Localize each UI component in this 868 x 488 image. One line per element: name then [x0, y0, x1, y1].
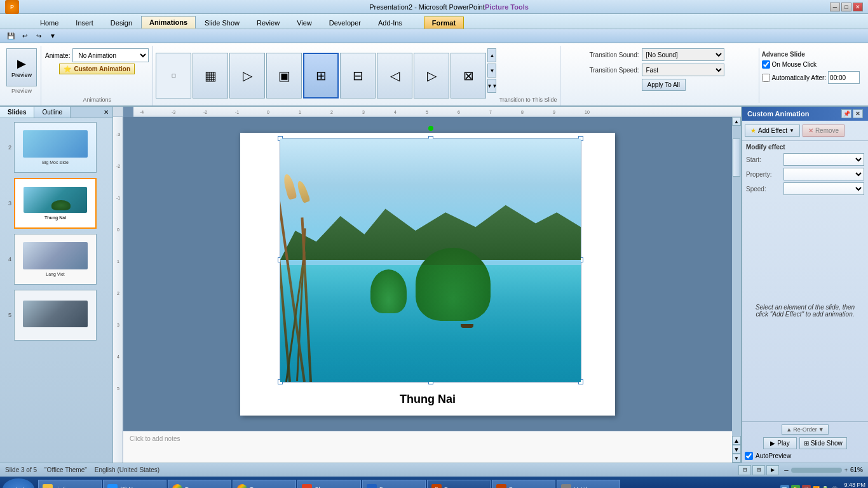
taskbar-item-chrome1[interactable]: C Top _ [168, 480, 231, 488]
auto-after-checkbox[interactable] [762, 74, 770, 82]
tab-addins[interactable]: Add-Ins [370, 17, 410, 29]
clock[interactable]: 9:43 PM 6/29/2022 [840, 482, 865, 488]
notes-area[interactable]: Click to add notes [123, 431, 732, 463]
zoom-out-icon[interactable]: ─ [784, 467, 788, 473]
trans-scroll-more[interactable]: ▼▼ [487, 79, 496, 93]
office-theme: "Office Theme" [44, 466, 87, 473]
start-button[interactable]: start [3, 478, 34, 488]
tray-icon-2[interactable]: 🔔 [791, 485, 800, 488]
tray-icon-1[interactable]: 📧 [780, 485, 789, 488]
taskbar-item-ppt1[interactable]: P Prese... [427, 480, 491, 488]
tab-format-picture[interactable]: Format [424, 17, 464, 29]
taskbar-item-untitled[interactable]: U Untitl... [557, 480, 620, 488]
slide-thumbnail-selected[interactable]: Thung Nai [14, 178, 97, 229]
zoom-in-icon[interactable]: + [844, 467, 848, 473]
scroll-down-button[interactable]: ▼ [732, 454, 741, 463]
tray-icon-3[interactable]: 🔊 [802, 485, 811, 488]
list-item[interactable]: 4 Lang Viet [3, 233, 110, 286]
qa-undo[interactable]: ↩ [19, 30, 31, 42]
trans-scroll-down[interactable]: ▼ [487, 64, 496, 78]
animate-select[interactable]: No Animation [72, 48, 149, 62]
taskbar-item-browser[interactable]: N (2) N... [103, 480, 166, 488]
slide-thumbnail[interactable]: Big Moc slide [14, 122, 97, 173]
tab-slides[interactable]: Slides [0, 107, 34, 118]
list-item[interactable]: 3 Thung Nai [3, 177, 110, 230]
selected-image-container[interactable] [280, 138, 581, 383]
list-item[interactable]: 2 Big Moc slide [3, 121, 110, 174]
preview-button[interactable]: ▶ Preview [6, 48, 37, 86]
trans-comb[interactable]: ⊟ [340, 53, 376, 98]
reorder-up-button[interactable]: ▲ Re-Order ▼ [782, 424, 828, 435]
tab-insert[interactable]: Insert [67, 17, 102, 29]
trans-fade[interactable]: ▦ [193, 53, 228, 98]
add-effect-button[interactable]: ★ Add Effect ▼ [745, 125, 800, 137]
transition-sound-select[interactable]: [No Sound] [642, 48, 724, 61]
trans-split[interactable]: ⊠ [451, 53, 486, 98]
qa-more[interactable]: ▼ [47, 30, 58, 42]
on-mouse-click-checkbox[interactable] [762, 60, 770, 69]
remove-button[interactable]: ✕ Remove [803, 125, 844, 137]
scroll-up-button[interactable]: ▲ [732, 117, 741, 126]
normal-view-btn[interactable]: ⊟ [738, 465, 751, 475]
slide-canvas[interactable]: Thung Nai [240, 133, 615, 416]
tab-view[interactable]: View [288, 17, 320, 29]
qa-save[interactable]: 💾 [5, 30, 17, 42]
trans-scroll-up[interactable]: ▲ [487, 48, 496, 62]
tab-animations[interactable]: Animations [141, 16, 196, 29]
tab-developer[interactable]: Developer [321, 17, 369, 29]
slide-caption[interactable]: Thung Nai [400, 393, 456, 406]
svg-text:-1: -1 [235, 110, 239, 114]
trans-right-arrow[interactable]: ▷ [414, 53, 449, 98]
trans-none[interactable]: □ [156, 53, 191, 98]
anim-panel-close[interactable]: ✕ [853, 109, 863, 118]
close-button[interactable]: ✕ [853, 3, 863, 11]
minimize-button[interactable]: ─ [830, 3, 840, 11]
property-select[interactable] [783, 168, 864, 180]
tab-home[interactable]: Home [32, 17, 67, 29]
custom-animation-button[interactable]: ⭐ Custom Animation [59, 64, 135, 74]
slide-thumbnail[interactable] [14, 290, 97, 341]
apply-to-all-button[interactable]: Apply To All [642, 79, 686, 91]
tab-slideshow[interactable]: Slide Show [196, 17, 248, 29]
anim-panel-header: Custom Animation 📌 ✕ [742, 107, 868, 121]
zoom-in-view-btn[interactable]: ▲ [732, 436, 741, 445]
tab-review[interactable]: Review [248, 17, 288, 29]
trans-box[interactable]: ▣ [266, 53, 302, 98]
rotate-handle[interactable] [428, 126, 433, 131]
slide-show-btn[interactable]: ▶ [766, 465, 779, 475]
autopreview-checkbox[interactable] [745, 452, 753, 460]
qa-redo[interactable]: ↪ [33, 30, 44, 42]
zoom-control: ─ + 61% [784, 466, 863, 473]
taskbar-item-word[interactable]: W Dem... [362, 480, 426, 488]
taskbar-item-chuyu[interactable]: C Chuyu... [297, 480, 361, 488]
slide-sorter-btn[interactable]: ⊞ [752, 465, 765, 475]
tab-outline[interactable]: Outline [34, 107, 71, 118]
tab-design[interactable]: Design [102, 17, 140, 29]
auto-after-time-input[interactable] [828, 71, 860, 84]
trans-wipe[interactable]: ▷ [229, 53, 265, 98]
taskbar-item-ppt2[interactable]: P Prese... [492, 480, 555, 488]
slides-panel-tabs: Slides Outline ✕ [0, 107, 112, 118]
transition-speed-select[interactable]: Fast Medium Slow [642, 64, 724, 76]
trans-left-arrow[interactable]: ◁ [377, 53, 412, 98]
play-button[interactable]: ▶ Play [763, 437, 796, 449]
zoom-slider[interactable] [791, 468, 842, 473]
transition-speed-row: Transition Speed: Fast Medium Slow [563, 64, 754, 76]
anim-panel-pin[interactable]: 📌 [841, 109, 851, 118]
zoom-out-view-btn[interactable]: ▼ [732, 445, 741, 454]
start-select[interactable] [783, 153, 864, 166]
slides-panel-close[interactable]: ✕ [100, 107, 112, 118]
list-item[interactable]: 5 [3, 288, 110, 342]
editor-viewport[interactable]: Thung Nai [123, 117, 732, 431]
trans-checker[interactable]: ⊞ [303, 53, 339, 98]
slideshow-button[interactable]: ⊞ Slide Show [799, 437, 847, 449]
slide-thumbnail[interactable]: Lang Viet [14, 234, 97, 285]
taskbar-item-chrome2[interactable]: C Top _ [233, 480, 296, 488]
scroll-thumb[interactable] [733, 139, 740, 177]
maximize-button[interactable]: □ [841, 3, 851, 11]
speed-select[interactable] [783, 182, 864, 195]
taskbar-item-folder[interactable]: 📁 vietja... [38, 480, 102, 488]
ppt-icon-1: P [431, 484, 442, 489]
scroll-track[interactable] [732, 126, 741, 436]
animations-group-label: Animations [83, 97, 111, 103]
